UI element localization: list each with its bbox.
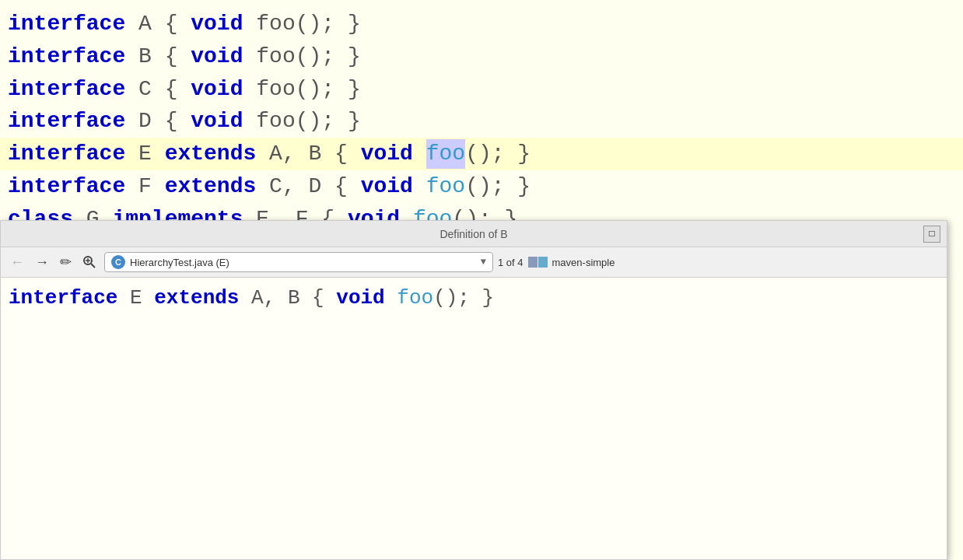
result-count: 1 of 4 <box>498 257 524 268</box>
definition-popup: Definition of B □ ← → ✏ C HierarchyTest.… <box>0 220 947 560</box>
code-line-line-a: interface A { void foo(); } <box>0 8 963 40</box>
popup-titlebar: Definition of B □ <box>1 221 947 247</box>
back-button[interactable]: ← <box>7 253 27 272</box>
code-editor: interface A { void foo(); }interface B {… <box>0 0 963 560</box>
edit-button[interactable]: ✏ <box>57 252 75 272</box>
popup-title: Definition of B <box>439 228 507 240</box>
code-line-line-f: interface F extends C, D { void foo(); } <box>0 170 963 203</box>
file-selector-name: HierarchyTest.java (E) <box>130 257 476 268</box>
find-button[interactable] <box>79 254 100 271</box>
project-name: maven-simple <box>552 257 615 268</box>
file-type-icon: C <box>111 255 125 269</box>
code-line-line-c: interface C { void foo(); } <box>0 73 963 106</box>
forward-button[interactable]: → <box>32 253 52 272</box>
file-selector[interactable]: C HierarchyTest.java (E) ▼ <box>104 252 493 272</box>
file-selector-dropdown-icon: ▼ <box>481 257 486 268</box>
popup-close-button[interactable]: □ <box>923 226 940 243</box>
project-icon <box>528 257 548 268</box>
svg-line-1 <box>91 264 95 268</box>
code-line-line-e: interface E extends A, B { void foo(); } <box>0 138 963 170</box>
popup-code-line: interface E extends A, B { void foo(); } <box>9 284 939 312</box>
project-icon-box1 <box>528 257 538 268</box>
code-line-line-b: interface B { void foo(); } <box>0 40 963 73</box>
popup-toolbar: ← → ✏ C HierarchyTest.java (E) ▼ 1 of 4 <box>1 247 947 278</box>
editor-lines: interface A { void foo(); }interface B {… <box>0 8 963 236</box>
popup-content: interface E extends A, B { void foo(); } <box>1 278 947 559</box>
project-icon-box2 <box>538 257 548 268</box>
code-line-line-d: interface D { void foo(); } <box>0 105 963 138</box>
